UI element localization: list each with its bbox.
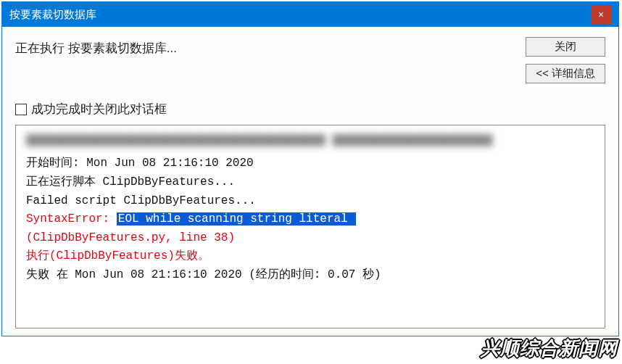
log-line: 执行(ClipDbByFeatures)失败。 — [26, 247, 594, 266]
details-button[interactable]: << 详细信息 — [526, 64, 605, 83]
log-line: SyntaxError: EOL while scanning string l… — [26, 210, 594, 229]
checkbox-row: 成功完成时关闭此对话框 — [15, 101, 605, 117]
titlebar: 按要素裁切数据库 × — [2, 2, 618, 27]
selected-text: EOL while scanning string literal — [117, 212, 356, 226]
window-close-button[interactable]: × — [591, 5, 611, 24]
log-line: (ClipDbByFeatures.py, line 38) — [26, 229, 594, 248]
window-title: 按要素裁切数据库 — [9, 8, 591, 22]
top-row: 正在执行 按要素裁切数据库... 关闭 << 详细信息 — [15, 37, 605, 83]
log-line: Failed script ClipDbByFeatures... — [26, 192, 594, 211]
blurred-log: ████████████████████████████████████████… — [26, 133, 594, 149]
button-column: 关闭 << 详细信息 — [526, 37, 605, 83]
close-on-success-checkbox[interactable] — [15, 104, 27, 115]
status-text: 正在执行 按要素裁切数据库... — [15, 37, 526, 57]
checkbox-label: 成功完成时关闭此对话框 — [31, 101, 167, 117]
close-button[interactable]: 关闭 — [526, 37, 605, 57]
dialog-content: 正在执行 按要素裁切数据库... 关闭 << 详细信息 成功完成时关闭此对话框 … — [2, 27, 618, 336]
log-line: 正在运行脚本 ClipDbByFeatures... — [26, 173, 594, 192]
close-icon: × — [598, 9, 604, 20]
log-panel[interactable]: ████████████████████████████████████████… — [15, 125, 605, 328]
log-line: 开始时间: Mon Jun 08 21:16:10 2020 — [26, 154, 594, 173]
log-lines: 开始时间: Mon Jun 08 21:16:10 2020正在运行脚本 Cli… — [26, 154, 594, 284]
dialog-window: 按要素裁切数据库 × 正在执行 按要素裁切数据库... 关闭 << 详细信息 成… — [1, 1, 619, 336]
watermark-text: 兴顺综合新闻网 — [481, 336, 618, 361]
log-line: 失败 在 Mon Jun 08 21:16:10 2020 (经历的时间: 0.… — [26, 266, 594, 285]
